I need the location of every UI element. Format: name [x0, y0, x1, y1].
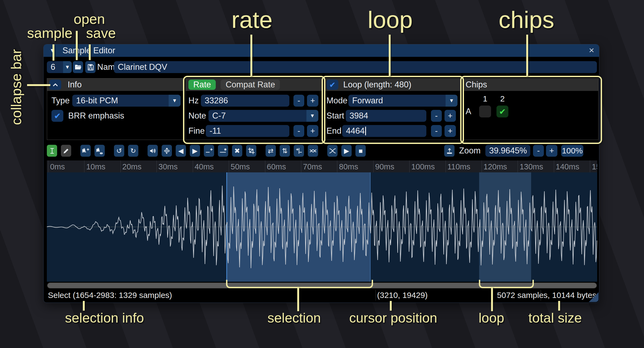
ruler-tick	[554, 160, 554, 172]
redo-button[interactable]: ↻	[128, 145, 138, 157]
zoom-label: Zoom	[459, 145, 480, 157]
type-dropdown[interactable]: 16-bit PCM ▼	[72, 95, 181, 107]
time-ruler[interactable]: 0ms10ms20ms30ms40ms50ms60ms70ms80ms90ms1…	[47, 160, 597, 172]
signed-unsigned-button[interactable]	[294, 145, 304, 157]
normalize-button[interactable]	[162, 145, 172, 157]
annotation-line-open	[76, 31, 78, 60]
ruler-tick-label: 60ms	[267, 162, 286, 171]
sample-selector[interactable]: 6 ▼	[47, 61, 72, 73]
name-input[interactable]: Clarinet DQV	[114, 61, 597, 73]
insert-silence-button[interactable]	[204, 145, 214, 157]
floppy-disk-icon	[87, 64, 94, 71]
annotation-line-chips	[526, 35, 528, 76]
invert-button[interactable]: ⇅	[280, 145, 290, 157]
cursor-position-text: (3210, 19429)	[377, 289, 428, 301]
ruler-tick-label: 20ms	[122, 162, 142, 171]
amplify-button[interactable]	[148, 145, 158, 157]
ruler-tick	[48, 160, 48, 172]
ruler-tick-label: 50ms	[231, 162, 250, 171]
ruler-tick	[590, 160, 590, 172]
annotation-stem-cursor-position	[390, 301, 392, 311]
collapse-bar-button[interactable]	[49, 80, 61, 90]
fade-out-button[interactable]: ▶	[190, 145, 200, 157]
crossfade-loop-button[interactable]	[327, 145, 338, 157]
annotation-line-save	[89, 44, 91, 60]
chevron-down-icon[interactable]: ▼	[169, 95, 181, 107]
ruler-tick-label: 30ms	[158, 162, 178, 171]
annotation-save: save	[86, 25, 116, 41]
annotation-collapse-bar: collapse bar	[8, 49, 24, 125]
save-sample-button[interactable]	[85, 61, 96, 73]
title-bar[interactable]: ▼ Sample Editor ×	[44, 44, 599, 57]
annotation-selection-info: selection info	[65, 310, 144, 326]
resize-button[interactable]	[80, 145, 91, 157]
annotation-outline-rate	[183, 76, 325, 144]
annotation-line-collapse-bar	[27, 84, 50, 86]
waveform-display[interactable]	[47, 172, 597, 282]
annotation-outline-chips	[460, 76, 602, 144]
type-label: Type	[51, 95, 70, 107]
sample-selector-value: 6	[51, 62, 55, 72]
ruler-tick-label: 40ms	[195, 162, 214, 171]
reverse-button[interactable]: ⇄	[266, 145, 276, 157]
zoom-input[interactable]: 39.9645%	[485, 145, 530, 157]
edit-mode-select-button[interactable]	[47, 145, 57, 157]
total-size-text: 5072 samples, 10144 bytes	[497, 289, 596, 301]
brr-emphasis-checkbox[interactable]: ✔	[51, 110, 63, 122]
annotation-cursor-position: cursor position	[349, 310, 437, 326]
chevron-up-icon	[52, 81, 59, 88]
zoom-reset-button[interactable]: 100%	[561, 145, 583, 157]
ruler-tick-label: 140ms	[556, 162, 579, 171]
ruler-tick-label: 110ms	[447, 162, 470, 171]
annotation-selection: selection	[267, 310, 321, 326]
annotation-chips: chips	[499, 6, 554, 34]
ruler-tick	[84, 160, 84, 172]
ruler-tick	[337, 160, 337, 172]
preview-stop-button[interactable]: ■	[355, 145, 366, 157]
resize-grip[interactable]	[589, 292, 599, 302]
resample-button[interactable]	[94, 145, 105, 157]
ruler-tick-label: 100ms	[411, 162, 435, 171]
upload-sample-button[interactable]	[444, 145, 455, 157]
ruler-tick-label: 80ms	[339, 162, 358, 171]
open-sample-button[interactable]	[73, 61, 83, 73]
annotation-stem-selection	[297, 287, 299, 311]
selection-info-text: Select (1654-2983: 1329 samples)	[48, 289, 172, 301]
annotation-bracket-selection	[226, 280, 373, 288]
annotation-line-loop-top	[389, 35, 391, 76]
apply-filter-button[interactable]	[308, 145, 318, 157]
annotation-loop-bottom: loop	[479, 310, 504, 326]
info-panel-header: Info	[47, 78, 184, 91]
chevron-down-icon[interactable]: ▼	[63, 61, 72, 73]
annotation-bracket-loop	[479, 280, 534, 288]
zoom-out-button[interactable]: -	[533, 145, 544, 157]
annotation-line-sample	[53, 44, 54, 61]
status-separator	[541, 290, 541, 301]
waveform-trace	[47, 172, 597, 282]
ruler-tick	[120, 160, 121, 172]
trim-button[interactable]	[246, 145, 256, 157]
delete-button[interactable]: ✖	[232, 145, 242, 157]
undo-button[interactable]: ↺	[114, 145, 124, 157]
fade-in-button[interactable]: ◀	[176, 145, 186, 157]
apply-silence-button[interactable]	[218, 145, 228, 157]
annotation-stem-loop	[491, 287, 493, 311]
ruler-tick-label: 150ms	[592, 162, 597, 171]
ruler-tick-label: 120ms	[483, 162, 507, 171]
type-value: 16-bit PCM	[76, 96, 118, 105]
edit-mode-draw-button[interactable]	[61, 145, 71, 157]
status-bar: Select (1654-2983: 1329 samples) (3210, …	[44, 289, 599, 301]
close-icon[interactable]: ×	[589, 45, 594, 55]
ruler-tick	[446, 160, 446, 172]
ruler-tick	[373, 160, 374, 172]
ruler-tick	[301, 160, 301, 172]
annotation-line-rate	[250, 35, 252, 76]
ruler-tick-label: 0ms	[50, 162, 65, 171]
preview-play-button[interactable]: ▶	[341, 145, 352, 157]
ruler-tick	[156, 160, 157, 172]
ruler-tick	[518, 160, 518, 172]
ruler-tick-label: 70ms	[303, 162, 322, 171]
zoom-in-button[interactable]: +	[546, 145, 557, 157]
annotation-loop-top: loop	[368, 6, 413, 34]
annotation-total-size: total size	[528, 310, 582, 326]
